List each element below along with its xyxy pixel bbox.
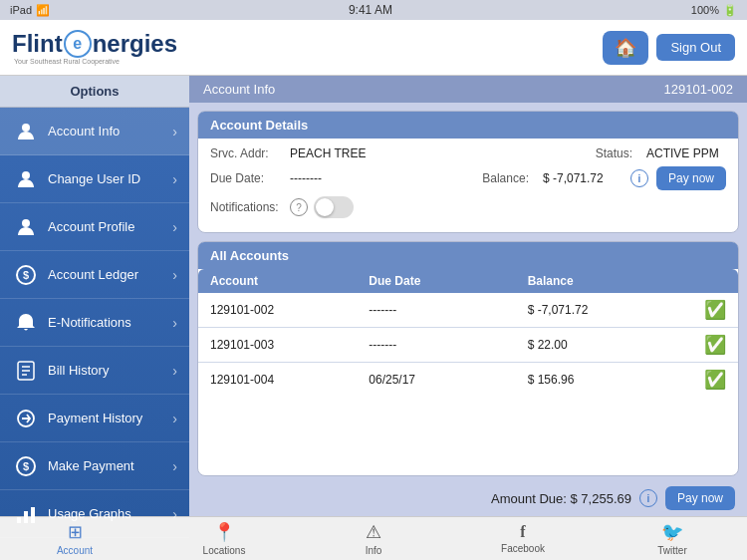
sidebar-label-bill-history: Bill History	[48, 363, 172, 378]
balance-value: $ -7,071.72	[543, 171, 622, 185]
balance-label: Balance:	[482, 171, 529, 185]
table-row: 129101-004 06/25/17 $ 156.96 ✅	[198, 363, 738, 397]
account-ledger-icon: $	[12, 261, 40, 289]
sidebar-label-account-profile: Account Profile	[48, 219, 172, 234]
app-header: Flint e nergies Your Southeast Rural Coo…	[0, 20, 747, 76]
balance-info-icon[interactable]: i	[630, 169, 648, 187]
sidebar-label-payment-history: Payment History	[48, 411, 172, 425]
due-date-row: Due Date: -------- Balance: $ -7,071.72 …	[210, 166, 726, 190]
pay-now-button-bottom[interactable]: Pay now	[665, 486, 735, 510]
status-value: ACTIVE PPM	[646, 146, 726, 160]
sidebar-label-account-ledger: Account Ledger	[48, 267, 172, 282]
logo: Flint e nergies Your Southeast Rural Coo…	[12, 30, 177, 65]
chevron-right-icon-9: ›	[172, 506, 177, 522]
toggle-thumb	[316, 198, 334, 216]
due-date-value: --------	[290, 171, 482, 185]
sidebar-item-usage-graphs[interactable]: Usage Graphs ›	[0, 490, 189, 538]
sidebar-label-e-notifications: E-Notifications	[48, 315, 172, 330]
due-date-label: Due Date:	[210, 171, 290, 185]
sidebar-label-change-user: Change User ID	[48, 171, 172, 186]
row2-account: 129101-003	[210, 338, 369, 352]
notifications-toggle[interactable]	[314, 196, 354, 218]
status-left: iPad 📶	[10, 4, 50, 17]
chevron-right-icon-6: ›	[172, 363, 177, 379]
content-title: Account Info	[203, 82, 275, 97]
svg-rect-13	[24, 511, 28, 523]
home-button[interactable]: 🏠	[603, 31, 648, 65]
row1-balance: $ -7,071.72	[528, 303, 686, 317]
account-number: 129101-002	[664, 82, 733, 97]
svg-point-2	[22, 219, 30, 227]
content-footer: Amount Due: $ 7,255.69 i Pay now	[189, 480, 747, 516]
table-row: 129101-003 ------- $ 22.00 ✅	[198, 328, 738, 363]
sidebar-item-bill-history[interactable]: Bill History ›	[0, 347, 189, 395]
svg-point-0	[22, 124, 30, 132]
footer-info-icon[interactable]: i	[639, 489, 657, 507]
chevron-right-icon-4: ›	[172, 267, 177, 283]
svg-point-1	[22, 171, 30, 179]
account-details-body: Srvc. Addr: PEACH TREE Status: ACTIVE PP…	[198, 139, 738, 232]
tab-twitter[interactable]: 🐦 Twitter	[598, 517, 747, 560]
row3-check-icon: ✅	[686, 369, 726, 391]
tab-facebook[interactable]: f Facebook	[448, 517, 598, 560]
battery-label: 100%	[691, 4, 719, 16]
info-tab-icon: ⚠	[366, 521, 381, 543]
sidebar-item-account-ledger[interactable]: $ Account Ledger ›	[0, 251, 189, 299]
all-accounts-card: All Accounts Account Due Date Balance 12…	[197, 241, 739, 476]
sidebar-item-account-profile[interactable]: Account Profile ›	[0, 203, 189, 251]
payment-history-icon	[12, 405, 40, 432]
content-header: Account Info 129101-002	[189, 76, 747, 103]
tab-info[interactable]: ⚠ Info	[299, 517, 448, 560]
ipad-label: iPad	[10, 4, 32, 16]
table-row: 129101-002 ------- $ -7,071.72 ✅	[198, 293, 738, 328]
header-actions: 🏠 Sign Out	[603, 31, 735, 65]
facebook-tab-label: Facebook	[501, 543, 545, 554]
status-time: 9:41 AM	[349, 3, 392, 17]
sidebar-item-e-notifications[interactable]: E-Notifications ›	[0, 299, 189, 347]
balance-group: Balance: $ -7,071.72 i Pay now	[482, 166, 726, 190]
row1-account: 129101-002	[210, 303, 369, 317]
svg-rect-12	[17, 517, 21, 523]
sidebar-item-payment-history[interactable]: Payment History ›	[0, 395, 189, 442]
make-payment-icon: $	[12, 452, 40, 480]
svg-rect-14	[31, 507, 35, 523]
change-user-icon	[12, 165, 40, 193]
amount-due-label: Amount Due: $ 7,255.69	[491, 491, 631, 506]
wifi-icon: 📶	[36, 4, 50, 17]
row3-account: 129101-004	[210, 373, 369, 387]
srvc-addr-row: Srvc. Addr: PEACH TREE Status: ACTIVE PP…	[210, 146, 726, 160]
facebook-tab-icon: f	[520, 523, 525, 541]
sidebar: Options Account Info › Change User ID › …	[0, 76, 189, 516]
chevron-right-icon: ›	[172, 124, 177, 140]
sidebar-header: Options	[0, 76, 189, 108]
srvc-addr-label: Srvc. Addr:	[210, 146, 290, 160]
col-account: Account	[210, 274, 369, 288]
sidebar-item-change-user[interactable]: Change User ID ›	[0, 155, 189, 203]
svg-text:$: $	[23, 460, 29, 472]
pay-now-button-top[interactable]: Pay now	[656, 166, 726, 190]
account-details-header: Account Details	[198, 112, 738, 139]
chevron-right-icon-7: ›	[172, 411, 177, 426]
content-area: Account Info 129101-002 Account Details …	[189, 76, 747, 516]
sidebar-item-account-info[interactable]: Account Info ›	[0, 108, 189, 155]
account-profile-icon	[12, 213, 40, 241]
row1-check-icon: ✅	[686, 299, 726, 321]
twitter-tab-label: Twitter	[657, 545, 686, 556]
status-bar: iPad 📶 9:41 AM 100% 🔋	[0, 0, 747, 20]
notifications-help-icon[interactable]: ?	[290, 198, 308, 216]
account-info-icon	[12, 118, 40, 145]
twitter-tab-icon: 🐦	[661, 521, 683, 543]
status-label: Status:	[596, 146, 632, 160]
info-tab-label: Info	[366, 545, 382, 556]
battery-icon: 🔋	[723, 4, 737, 17]
signout-button[interactable]: Sign Out	[656, 34, 735, 61]
sidebar-item-make-payment[interactable]: $ Make Payment ›	[0, 442, 189, 490]
logo-nergies: nergies	[93, 30, 177, 58]
locations-tab-icon: 📍	[213, 521, 235, 543]
row2-due-date: -------	[369, 338, 527, 352]
status-group: Status: ACTIVE PPM	[596, 146, 726, 160]
sidebar-label-make-payment: Make Payment	[48, 458, 172, 473]
sidebar-label-account-info: Account Info	[48, 124, 172, 139]
row3-balance: $ 156.96	[528, 373, 686, 387]
sidebar-label-usage-graphs: Usage Graphs	[48, 506, 172, 521]
